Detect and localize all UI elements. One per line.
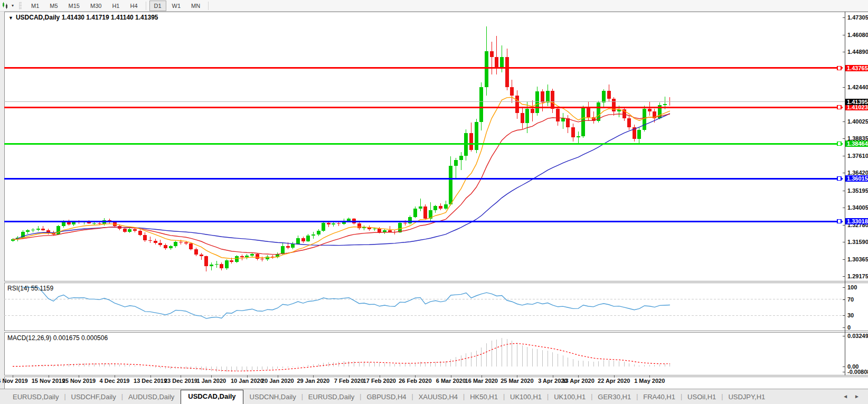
price-tick: 1.31590 <box>847 239 868 245</box>
rsi-tick-mark <box>843 287 845 288</box>
main-chart[interactable] <box>4 12 845 281</box>
macd-tick-mark <box>843 336 845 336</box>
price-badge: 1.41395 <box>845 99 868 105</box>
price-tick: 1.37610 <box>847 153 868 159</box>
price-tick-mark <box>843 259 845 260</box>
rsi-tick: 0 <box>847 324 851 331</box>
date-label: 7 Feb 2020 <box>334 378 364 384</box>
tab-usdcad-daily-3[interactable]: USDCAD,Daily <box>181 390 243 404</box>
price-tick-mark <box>843 17 845 18</box>
price-tick-mark <box>843 121 845 122</box>
price-tick: 1.47305 <box>847 14 868 21</box>
macd-label: MACD(12,26,9) 0.001675 0.000506 <box>7 334 108 342</box>
rsi-panel[interactable] <box>4 283 845 331</box>
macd-tick: 0.032493 <box>847 333 868 339</box>
price-tick-mark <box>843 208 845 208</box>
timeframe-button-m1[interactable]: M1 <box>26 1 44 11</box>
date-label: 16 Mar 2020 <box>465 378 498 384</box>
chart-type-icon <box>2 2 10 10</box>
tab-eurusd-daily-0[interactable]: EURUSD,Daily <box>7 390 64 404</box>
price-tick: 1.35195 <box>847 187 868 194</box>
macd-tick-mark <box>843 367 845 367</box>
price-tick: 1.44890 <box>847 49 868 55</box>
price-tick: 1.29175 <box>847 273 868 279</box>
price-tick-mark <box>843 35 845 35</box>
chart-title: ▼USDCAD,Daily 1.41430 1.41719 1.41140 1.… <box>8 14 158 21</box>
rsi-tick-mark <box>843 315 845 316</box>
price-tick-mark <box>843 276 845 277</box>
price-tick-mark <box>843 52 845 52</box>
chevron-down-icon: ▾ <box>12 3 14 8</box>
collapse-icon[interactable]: ▼ <box>8 15 13 21</box>
date-label: 25 Nov 2019 <box>62 378 96 384</box>
timeframe-button-h1[interactable]: H1 <box>107 1 124 11</box>
timeframe-button-m30[interactable]: M30 <box>86 1 106 11</box>
macd-panel[interactable] <box>4 333 845 375</box>
price-tick: 1.42440 <box>847 84 868 90</box>
date-label: 6 Nov 2019 <box>0 378 28 384</box>
price-tick: 1.46080 <box>847 32 868 38</box>
top-toolbar: ▾ M1M5M15M30H1H4D1W1MN <box>0 0 868 12</box>
macd-tick-mark <box>843 372 845 372</box>
price-tick-mark <box>843 225 845 226</box>
price-badge: 1.33018 <box>845 218 868 224</box>
tab-gbpusd-h4-6[interactable]: GBPUSD,H4 <box>361 390 411 404</box>
date-label: 17 Feb 2020 <box>363 378 396 384</box>
toolbar-grip-handle[interactable] <box>19 2 22 10</box>
date-label: 13 Apr 2020 <box>562 378 594 384</box>
panel-splitter[interactable] <box>4 331 868 333</box>
price-tick: 1.30365 <box>847 256 868 262</box>
date-label: 1 Jan 2020 <box>197 378 227 384</box>
date-label: 1 May 2020 <box>634 378 665 384</box>
timeframe-button-m5[interactable]: M5 <box>45 1 62 11</box>
rsi-tick: 30 <box>847 312 854 318</box>
chart-type-button[interactable]: ▾ <box>2 2 14 10</box>
timeframe-button-h4[interactable]: H4 <box>125 1 142 11</box>
date-label: 13 Dec 2019 <box>134 378 167 384</box>
chart-tab-bar: EURUSD,Daily|USDCHF,Daily|AUDUSD,DailyUS… <box>0 389 868 404</box>
price-tick-mark <box>843 138 845 139</box>
date-label: 20 Jan 2020 <box>261 378 294 384</box>
price-tick-mark <box>843 191 845 191</box>
timeframe-button-mn[interactable]: MN <box>186 1 205 11</box>
tab-audusd-daily-2[interactable]: AUDUSD,Daily <box>123 390 180 404</box>
date-label: 26 Feb 2020 <box>399 378 431 384</box>
tab-usdcnh-daily-4[interactable]: USDCNH,Daily <box>244 390 301 404</box>
panel-splitter <box>4 375 868 377</box>
rsi-tick: 100 <box>847 284 857 290</box>
date-label: 6 Mar 2020 <box>436 378 466 384</box>
price-tick: 1.34005 <box>847 204 868 211</box>
timeframe-button-w1[interactable]: W1 <box>167 1 186 11</box>
date-label: 15 Nov 2019 <box>32 378 65 384</box>
tab-usdjpy-h1-14[interactable]: USDJPY,H1 <box>723 390 770 404</box>
panel-splitter[interactable] <box>4 281 868 283</box>
rsi-tick: 70 <box>847 296 854 303</box>
tab-usdchf-daily-1[interactable]: USDCHF,Daily <box>66 390 121 404</box>
tab-fra40-h1-12[interactable]: FRA40,H1 <box>638 390 681 404</box>
tab-uk100-h1-9[interactable]: UK100,H1 <box>505 390 547 404</box>
date-label: 10 Jan 2020 <box>231 378 263 384</box>
chart-symbol: USDCAD,Daily <box>16 14 60 21</box>
price-tick: 1.40025 <box>847 118 868 125</box>
date-label: 29 Jan 2020 <box>297 378 329 384</box>
timeframe-button-m15[interactable]: M15 <box>64 1 84 11</box>
tab-eurusd-daily-5[interactable]: EURUSD,Daily <box>303 390 360 404</box>
price-badge: 1.36015 <box>845 175 868 182</box>
tab-xauusd-h4-7[interactable]: XAUUSD,H4 <box>413 390 463 404</box>
rsi-tick-mark <box>843 327 845 328</box>
tab-uk100-h1-10[interactable]: UK100,H1 <box>549 390 591 404</box>
price-badge: 1.43765 <box>845 65 868 71</box>
price-tick-mark <box>843 156 845 156</box>
tab-scroll-right-icon[interactable]: ► <box>854 393 860 399</box>
tab-scroll-left-icon[interactable]: ◄ <box>843 393 848 399</box>
rsi-label: RSI(14) 55.1159 <box>7 285 53 292</box>
chart-ohlc: 1.41430 1.41719 1.41140 1.41395 <box>62 14 158 21</box>
timeframe-button-d1[interactable]: D1 <box>149 1 166 11</box>
price-tick-mark <box>843 87 845 88</box>
tab-ger30-h1-11[interactable]: GER30,H1 <box>592 390 636 404</box>
date-label: 23 Dec 2019 <box>164 378 197 384</box>
tab-usoil-h1-13[interactable]: USOil,H1 <box>682 390 721 404</box>
price-badge: 1.38464 <box>845 140 868 147</box>
rsi-tick-mark <box>843 299 845 300</box>
tab-hk50-h1-8[interactable]: HK50,H1 <box>465 390 503 404</box>
